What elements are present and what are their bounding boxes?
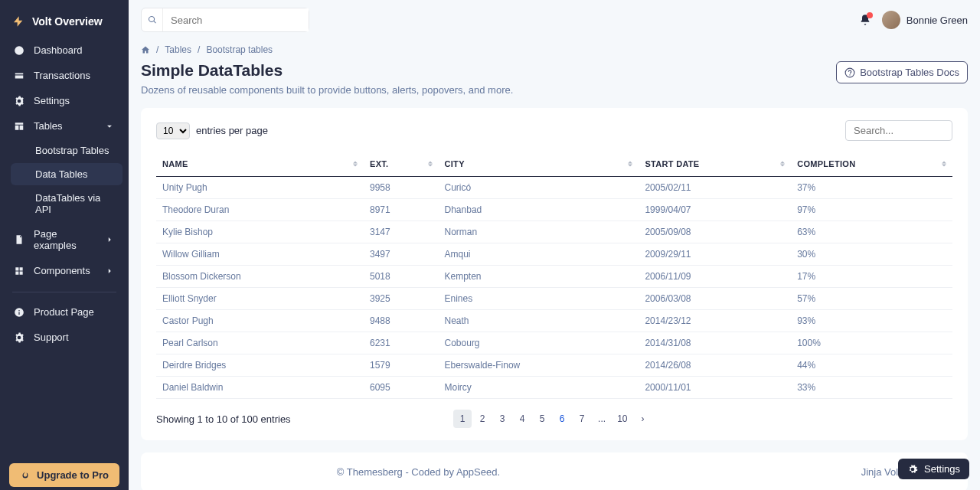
table-cell: 5018 bbox=[364, 266, 439, 288]
breadcrumb-current[interactable]: Bootstrap tables bbox=[206, 44, 273, 55]
sidebar-item-support[interactable]: Support bbox=[6, 325, 122, 349]
brand[interactable]: Volt Overview bbox=[0, 8, 129, 38]
table-cell: Neath bbox=[439, 310, 639, 332]
upgrade-label: Upgrade to Pro bbox=[37, 469, 109, 481]
sidebar-item-components[interactable]: Components bbox=[6, 259, 122, 283]
table-cell: 30% bbox=[791, 243, 952, 266]
sort-icon bbox=[353, 162, 358, 167]
nav-icon bbox=[14, 234, 24, 245]
table-cell: 1999/04/07 bbox=[639, 199, 791, 221]
fab-label: Settings bbox=[924, 463, 960, 475]
page-›[interactable]: › bbox=[633, 410, 652, 428]
page-5[interactable]: 5 bbox=[533, 410, 551, 428]
page-3[interactable]: 3 bbox=[493, 410, 511, 428]
table-cell: Deirdre Bridges bbox=[156, 354, 364, 377]
table-cell: Dhanbad bbox=[439, 199, 639, 221]
topbar: Bonnie Green bbox=[129, 0, 980, 32]
table-cell: Enines bbox=[439, 288, 639, 310]
chevron-right-icon bbox=[104, 266, 115, 276]
col-completion[interactable]: COMPLETION bbox=[791, 152, 952, 177]
table-row: Elliott Snyder3925Enines2006/03/0857% bbox=[156, 288, 952, 310]
sidebar-item-tables[interactable]: Tables bbox=[6, 114, 122, 138]
table-cell: Cobourg bbox=[439, 332, 639, 354]
table-cell: Unity Pugh bbox=[156, 177, 364, 199]
table-cell: 2014/23/12 bbox=[639, 310, 791, 332]
table-cell: 2006/03/08 bbox=[639, 288, 791, 310]
svg-point-1 bbox=[845, 68, 854, 77]
sidebar-item-label: Page examples bbox=[34, 228, 95, 251]
notifications-button[interactable] bbox=[859, 14, 871, 26]
table-row: Unity Pugh9958Curicó2005/02/1137% bbox=[156, 177, 952, 199]
page-7[interactable]: 7 bbox=[573, 410, 591, 428]
breadcrumb: / Tables / Bootstrap tables bbox=[129, 32, 980, 55]
search-icon bbox=[142, 8, 163, 31]
sidebar-subitem-data-tables[interactable]: Data Tables bbox=[11, 163, 122, 185]
sidebar-item-label: Components bbox=[34, 265, 90, 276]
chevron-down-icon bbox=[104, 121, 115, 132]
sidebar-subitem-bootstrap-tables[interactable]: Bootstrap Tables bbox=[11, 139, 122, 162]
table-cell: 3497 bbox=[364, 243, 439, 266]
sidebar-item-label: Transactions bbox=[34, 70, 90, 81]
bolt-icon bbox=[12, 15, 24, 28]
table-row: Castor Pugh9488Neath2014/23/1293% bbox=[156, 310, 952, 332]
footer: © Themesberg - Coded by AppSeed. Jinja V… bbox=[141, 452, 968, 490]
sort-icon bbox=[780, 162, 785, 167]
table-cell: Daniel Baldwin bbox=[156, 377, 364, 399]
nav-icon bbox=[14, 121, 24, 132]
table-cell: 33% bbox=[791, 377, 952, 399]
sidebar-item-dashboard[interactable]: Dashboard bbox=[6, 38, 122, 62]
breadcrumb-tables[interactable]: Tables bbox=[165, 44, 191, 55]
table-row: Willow Gilliam3497Amqui2009/29/1130% bbox=[156, 243, 952, 266]
entries-label: entries per page bbox=[196, 125, 268, 136]
page-2[interactable]: 2 bbox=[473, 410, 492, 428]
table-info: Showing 1 to 10 of 100 entries bbox=[156, 413, 291, 425]
user-name: Bonnie Green bbox=[906, 15, 968, 26]
user-menu[interactable]: Bonnie Green bbox=[882, 11, 968, 29]
table-cell: 2014/26/08 bbox=[639, 354, 791, 377]
sidebar-item-product-page[interactable]: Product Page bbox=[6, 300, 122, 324]
page-4[interactable]: 4 bbox=[513, 410, 531, 428]
sidebar-item-label: Tables bbox=[34, 120, 63, 132]
entries-select[interactable]: 10 bbox=[156, 122, 190, 139]
search-input[interactable] bbox=[163, 8, 309, 31]
table-cell: 3925 bbox=[364, 288, 439, 310]
nav-icon bbox=[14, 45, 24, 56]
table-row: Blossom Dickerson5018Kempten2006/11/0917… bbox=[156, 266, 952, 288]
sidebar-divider bbox=[12, 292, 116, 292]
page-10[interactable]: 10 bbox=[612, 410, 632, 428]
table-cell: 9958 bbox=[364, 177, 439, 199]
col-name[interactable]: NAME bbox=[156, 152, 364, 177]
table-cell: 57% bbox=[791, 288, 952, 310]
upgrade-button[interactable]: Upgrade to Pro bbox=[9, 463, 119, 487]
footer-copyright: © Themesberg - Coded by AppSeed. bbox=[337, 466, 500, 478]
table-cell: 100% bbox=[791, 332, 952, 354]
table-cell: 37% bbox=[791, 177, 952, 199]
table-cell: 9488 bbox=[364, 310, 439, 332]
sort-icon bbox=[628, 162, 632, 167]
sidebar-item-transactions[interactable]: Transactions bbox=[6, 64, 122, 87]
table-cell: 2009/29/11 bbox=[639, 243, 791, 266]
sidebar: Volt Overview DashboardTransactionsSetti… bbox=[0, 0, 129, 490]
table-search-input[interactable] bbox=[845, 120, 952, 141]
sort-icon bbox=[428, 162, 433, 167]
table-cell: 2005/09/08 bbox=[639, 221, 791, 243]
page-1[interactable]: 1 bbox=[453, 410, 472, 428]
page-...: ... bbox=[593, 410, 611, 428]
settings-fab[interactable]: Settings bbox=[898, 459, 969, 479]
table-cell: Castor Pugh bbox=[156, 310, 364, 332]
col-start-date[interactable]: START DATE bbox=[639, 152, 791, 177]
nav-icon bbox=[14, 70, 24, 81]
sidebar-item-settings[interactable]: Settings bbox=[6, 89, 122, 113]
search-box[interactable] bbox=[141, 8, 309, 32]
docs-button[interactable]: Bootstrap Tables Docs bbox=[836, 61, 968, 83]
col-ext-[interactable]: EXT. bbox=[364, 152, 439, 177]
sidebar-item-page-examples[interactable]: Page examples bbox=[6, 222, 122, 257]
nav-icon bbox=[14, 332, 24, 343]
home-icon[interactable] bbox=[141, 45, 150, 54]
page-6[interactable]: 6 bbox=[553, 410, 571, 428]
table-cell: Curicó bbox=[439, 177, 639, 199]
sidebar-subitem-datatables-via-api[interactable]: DataTables via API bbox=[11, 187, 122, 220]
nav-icon bbox=[14, 307, 24, 318]
col-city[interactable]: CITY bbox=[439, 152, 639, 177]
sidebar-item-label: Dashboard bbox=[34, 44, 83, 56]
